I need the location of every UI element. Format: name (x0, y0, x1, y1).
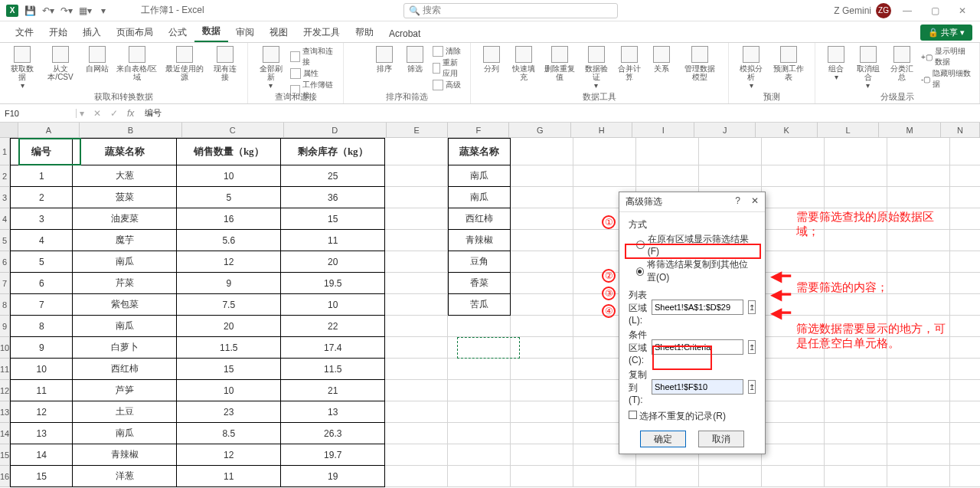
cell[interactable] (699, 165, 762, 187)
cell[interactable]: 26.3 (281, 423, 385, 444)
cell[interactable] (762, 359, 825, 380)
cell[interactable] (385, 138, 448, 165)
cell[interactable]: 芹菜 (73, 273, 177, 294)
copy-to-input[interactable] (652, 379, 743, 395)
cell[interactable] (511, 187, 573, 208)
col-header[interactable]: L (818, 123, 879, 137)
row-header[interactable]: 8 (0, 294, 10, 316)
cell[interactable] (511, 444, 573, 466)
cell[interactable] (950, 316, 980, 337)
cell[interactable] (825, 165, 887, 187)
cell[interactable] (762, 466, 825, 487)
cell[interactable] (825, 423, 887, 444)
cell[interactable] (385, 444, 448, 466)
row-header[interactable]: 7 (0, 273, 10, 294)
cell[interactable] (825, 208, 887, 230)
filter-button[interactable]: 筛选 (400, 44, 430, 74)
cell[interactable]: 19.7 (281, 444, 385, 466)
cell[interactable] (385, 251, 448, 273)
existing-conn-button[interactable]: 现有连接 (209, 44, 241, 83)
cell[interactable] (636, 466, 699, 487)
undo-icon[interactable]: ↶▾ (41, 4, 55, 18)
cell[interactable]: 12 (10, 401, 73, 423)
col-header[interactable]: K (756, 123, 817, 137)
from-csv-button[interactable]: 从文本/CSV (40, 44, 81, 83)
cancel-formula-icon[interactable]: ✕ (87, 108, 107, 119)
cell[interactable] (762, 165, 825, 187)
cell[interactable] (762, 401, 825, 423)
name-box-dropdown-icon[interactable]: ▾ (77, 108, 87, 119)
whatif-button[interactable]: 模拟分析▾ (735, 44, 768, 91)
qat-more-icon[interactable]: ▦▾ (78, 4, 92, 18)
cell[interactable] (699, 138, 762, 165)
cell[interactable] (385, 273, 448, 294)
cell[interactable] (448, 337, 511, 359)
cell[interactable]: 青辣椒 (448, 230, 511, 251)
cell[interactable] (950, 380, 980, 401)
cell[interactable] (887, 444, 950, 466)
cell[interactable]: 白萝卜 (73, 337, 177, 359)
cell[interactable] (887, 208, 950, 230)
select-all-corner[interactable] (0, 123, 18, 137)
text-to-columns-button[interactable]: 分列 (477, 44, 506, 74)
cell[interactable] (511, 359, 573, 380)
cell[interactable] (385, 294, 448, 316)
col-header[interactable]: F (448, 123, 509, 137)
cell[interactable] (887, 230, 950, 251)
dialog-close-icon[interactable]: ✕ (751, 195, 759, 208)
cell[interactable] (950, 423, 980, 444)
row-header[interactable]: 14 (0, 423, 10, 444)
cell[interactable]: 14 (10, 444, 73, 466)
cell[interactable] (887, 337, 950, 359)
cell[interactable]: 土豆 (73, 401, 177, 423)
ungroup-button[interactable]: 取消组合▾ (852, 44, 884, 91)
relationships-button[interactable]: 关系 (647, 44, 676, 74)
cell[interactable]: 苦瓜 (448, 294, 511, 316)
cell[interactable] (636, 165, 699, 187)
cell[interactable] (825, 466, 887, 487)
row-header[interactable]: 9 (0, 316, 10, 337)
cell[interactable] (385, 208, 448, 230)
cell[interactable]: 销售数量（kg） (177, 138, 281, 165)
cell[interactable]: 20 (177, 316, 281, 337)
flash-fill-button[interactable]: 快速填充 (508, 44, 539, 83)
cell[interactable]: 15 (177, 359, 281, 380)
cell[interactable] (887, 380, 950, 401)
minimize-button[interactable]: — (896, 3, 919, 18)
formula-bar[interactable]: 编号 (140, 107, 980, 119)
cell[interactable] (385, 423, 448, 444)
search-box[interactable]: 🔍 搜索 (403, 3, 618, 18)
get-data-button[interactable]: 获取数据▾ (6, 44, 38, 91)
cell[interactable] (950, 401, 980, 423)
cell[interactable]: 5.6 (177, 230, 281, 251)
cell[interactable] (825, 444, 887, 466)
cell[interactable]: 油麦菜 (73, 208, 177, 230)
qat-dropdown-icon[interactable]: ▾ (96, 4, 110, 18)
sort-desc-icon[interactable] (351, 63, 367, 78)
row-header[interactable]: 3 (0, 187, 10, 208)
cell[interactable]: 10 (177, 165, 281, 187)
row-header[interactable]: 2 (0, 165, 10, 187)
cell[interactable] (511, 337, 573, 359)
radio-copy-to-location[interactable]: 将筛选结果复制到其他位置(O) (636, 258, 756, 284)
close-button[interactable]: ✕ (951, 3, 974, 18)
col-header[interactable]: C (182, 123, 284, 137)
cell[interactable] (950, 337, 980, 359)
cell[interactable] (887, 359, 950, 380)
cell[interactable]: 11 (10, 380, 73, 401)
cell[interactable] (511, 294, 573, 316)
cell[interactable] (887, 165, 950, 187)
cell[interactable] (762, 444, 825, 466)
col-header[interactable]: A (18, 123, 80, 137)
range-picker-icon[interactable]: ↥ (748, 380, 756, 394)
cell[interactable] (762, 187, 825, 208)
cell[interactable] (825, 401, 887, 423)
cell[interactable] (887, 401, 950, 423)
cell[interactable] (887, 273, 950, 294)
tab-insert[interactable]: 插入 (75, 23, 109, 42)
radio-filter-in-place[interactable]: 在原有区域显示筛选结果(F) (636, 233, 756, 257)
cell[interactable] (385, 380, 448, 401)
cell[interactable] (950, 294, 980, 316)
cell[interactable] (950, 230, 980, 251)
from-web-button[interactable]: 自网站 (83, 44, 112, 74)
